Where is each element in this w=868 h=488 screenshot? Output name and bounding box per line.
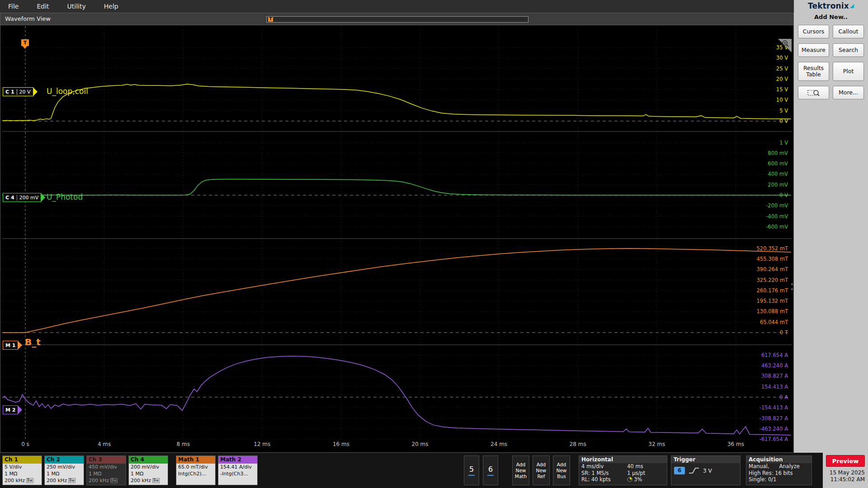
- channel-badge-label: C 4: [3, 195, 17, 201]
- record-trigger-icon[interactable]: T: [268, 17, 273, 22]
- trigger-marker-icon[interactable]: T: [21, 39, 29, 46]
- horizontal-record-indicator[interactable]: T: [266, 16, 528, 23]
- record-length: RL: 40 kpts: [581, 476, 627, 483]
- y-axis-label: 308.827 A: [761, 373, 788, 379]
- ch3-badge[interactable]: Ch 3 450 mV/div 1 MΩ 200 kHzBw: [86, 455, 126, 485]
- y-axis-label: 600 mV: [768, 160, 788, 167]
- ch5-tile[interactable]: 5: [464, 455, 479, 485]
- y-axis-label: -308.827 A: [760, 415, 788, 422]
- datetime-display: 15 May 2025 11:45:02 AM: [823, 469, 868, 483]
- y-axis-label: -600 mV: [766, 224, 788, 230]
- callout-button[interactable]: Callout: [833, 25, 864, 38]
- plot-button[interactable]: Plot: [833, 62, 864, 81]
- y-axis-label: 260.176 mT: [757, 287, 788, 294]
- y-axis-label: 20 V: [776, 76, 788, 82]
- channel-badge-c1[interactable]: C 1 20 V: [3, 87, 33, 96]
- time-axis-label: 36 ms: [727, 441, 744, 447]
- math1-scale: 65.0 mT/div: [176, 464, 215, 470]
- zoom-button[interactable]: [798, 86, 829, 99]
- add-new-ref-button[interactable]: AddNewRef: [533, 455, 550, 485]
- ch2-badge[interactable]: Ch 2 250 mV/div 1 MΩ 200 kHzBw: [44, 455, 84, 485]
- panel-resize-handle[interactable]: [791, 280, 793, 293]
- search-button[interactable]: Search: [833, 43, 864, 57]
- ch1-badge[interactable]: Ch 1 5 V/div 1 MΩ 200 kHzBw: [2, 455, 42, 485]
- add-new-bus-button[interactable]: AddNewBus: [553, 455, 570, 485]
- trace-m2[interactable]: [2, 356, 791, 435]
- math-badge-m2[interactable]: M 2: [3, 405, 18, 414]
- trace-label-u-loop-coil[interactable]: U_loop,coil: [47, 87, 88, 96]
- menu-help[interactable]: Help: [104, 3, 118, 10]
- horizontal-scale: 4 ms/div: [581, 463, 627, 470]
- channel-badge-c4[interactable]: C 4 200 mV: [3, 193, 41, 202]
- waveform-view-titlebar: Waveform View T: [0, 13, 793, 25]
- ch4-scale: 200 mV/div: [129, 464, 168, 470]
- menu-file[interactable]: File: [8, 3, 19, 10]
- ch4-badge-title: Ch 4: [129, 456, 168, 464]
- trigger-slope-icon: [689, 467, 699, 474]
- bw-limit-icon: Bw: [26, 478, 33, 483]
- ch6-tile[interactable]: 6: [483, 455, 498, 485]
- ch5-color-bar: [468, 475, 475, 476]
- time-axis-label: 16 ms: [333, 441, 349, 447]
- menu-utility[interactable]: Utility: [67, 3, 86, 10]
- y-axis-label: 400 mV: [768, 171, 788, 177]
- channel-badge-arrow-icon: [41, 193, 45, 202]
- ch2-badge-title: Ch 2: [45, 456, 84, 464]
- y-axis-label: 520.352 mT: [757, 245, 788, 252]
- waveform-view-widget: Waveform View T 0 s4 ms8 ms12 ms16 ms20 …: [0, 13, 794, 453]
- trigger-source-badge: 6: [674, 467, 685, 474]
- ch3-impedance: 1 MΩ: [87, 470, 126, 477]
- y-axis-label: 195.132 mT: [757, 298, 788, 304]
- y-axis-label: 10 V: [776, 97, 788, 103]
- ch2-bandwidth: 200 kHzBw: [45, 477, 84, 484]
- y-axis-label: 800 mV: [768, 150, 788, 156]
- trace-label-u-photod[interactable]: U_Photod: [47, 192, 83, 202]
- trace-label-b-t[interactable]: B_t: [25, 337, 41, 347]
- math-badge-arrow-icon: [18, 405, 22, 414]
- tektronix-logo-mark-icon: [850, 4, 854, 8]
- zoom-magnifier-icon[interactable]: [781, 40, 790, 48]
- y-axis-label: -617.654 A: [760, 436, 788, 442]
- tektronix-logo: Tektronix: [794, 0, 868, 12]
- results-table-button[interactable]: Results Table: [798, 62, 829, 81]
- trigger-panel[interactable]: Trigger 6 3 V: [671, 455, 741, 485]
- sidebar-button-grid: Cursors Callout Measure Search Results T…: [794, 25, 868, 99]
- preview-button[interactable]: Preview: [826, 455, 865, 467]
- math-badge-label: M 2: [3, 407, 18, 413]
- acquisition-resolution: High Res: 16 bits: [749, 470, 793, 477]
- sample-rate: SR: 1 MS/s: [581, 470, 627, 477]
- ch1-scale: 5 V/div: [3, 464, 42, 470]
- math1-badge[interactable]: Math 1 65.0 mT/div Intg(Ch2)...: [176, 455, 216, 485]
- ch3-bandwidth: 200 kHzBw: [87, 477, 126, 484]
- horizontal-position: 3%: [627, 476, 642, 483]
- cursors-button[interactable]: Cursors: [798, 25, 829, 38]
- channel-badge-scale: 20 V: [17, 89, 33, 95]
- y-axis-label: 200 mV: [768, 182, 788, 188]
- bw-limit-icon: Bw: [68, 478, 75, 483]
- horizontal-panel[interactable]: Horizontal 4 ms/div40 ms SR: 1 MS/s1 µs/…: [579, 455, 667, 485]
- y-axis-label: 1 V: [779, 140, 788, 146]
- time-axis-label: 20 ms: [411, 441, 428, 447]
- y-axis-label: 390.264 mT: [757, 266, 788, 272]
- ch5-tile-label: 5: [469, 465, 474, 474]
- acquisition-single-count: Single: 0/1: [749, 476, 776, 483]
- trace-u_photod[interactable]: [2, 179, 791, 195]
- waveform-plot-svg[interactable]: 0 s4 ms8 ms12 ms16 ms20 ms24 ms28 ms32 m…: [2, 25, 792, 450]
- menu-edit[interactable]: Edit: [37, 3, 49, 10]
- ch1-badge-title: Ch 1: [3, 456, 42, 464]
- zoom-icon: [807, 89, 820, 97]
- math2-scale: 154.41 A/div: [218, 464, 257, 470]
- measure-button[interactable]: Measure: [798, 43, 829, 57]
- add-new-math-button[interactable]: AddNewMath: [512, 455, 529, 485]
- acquisition-panel[interactable]: Acquisition Manual, Analyze High Res: 16…: [746, 455, 812, 485]
- ch1-impedance: 1 MΩ: [3, 470, 42, 477]
- more-button[interactable]: More...: [833, 86, 864, 99]
- math2-badge[interactable]: Math 2 154.41 A/div -Intg(Ch3...: [218, 455, 258, 485]
- math-badge-m1[interactable]: M 1: [3, 341, 18, 350]
- y-axis-label: -200 mV: [766, 202, 788, 209]
- y-axis-label: -154.413 A: [760, 404, 788, 411]
- y-axis-label: -463.240 A: [760, 426, 788, 432]
- ch4-badge[interactable]: Ch 4 200 mV/div 1 MΩ 200 kHzBw: [128, 455, 168, 485]
- waveform-plot[interactable]: 0 s4 ms8 ms12 ms16 ms20 ms24 ms28 ms32 m…: [2, 25, 792, 450]
- math2-badge-title: Math 2: [218, 456, 257, 464]
